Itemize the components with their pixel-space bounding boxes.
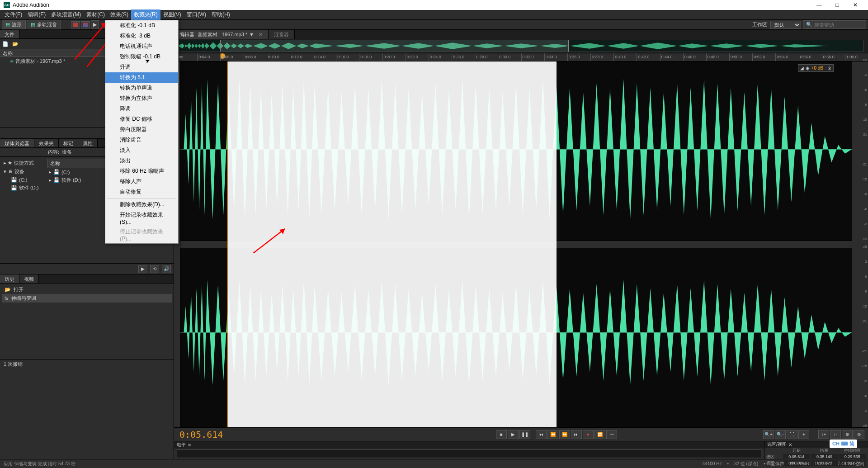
- zoom-in-button[interactable]: 🔍+: [763, 430, 774, 439]
- close-button[interactable]: ✕: [846, 0, 864, 10]
- disk-icon: 💾: [11, 177, 17, 183]
- open-file-icon[interactable]: 📂: [12, 40, 19, 47]
- col-name[interactable]: 名称: [0, 49, 119, 57]
- overview-waveform[interactable]: [174, 39, 868, 53]
- fav-fade-in[interactable]: 淡入: [105, 145, 178, 156]
- fav-convert-5.1[interactable]: 转换为 5.1: [105, 72, 178, 83]
- stop-button[interactable]: ■: [496, 430, 507, 439]
- goto-end-button[interactable]: ⏭: [571, 430, 582, 439]
- pause-button[interactable]: ❚❚: [519, 430, 530, 439]
- fav-delete[interactable]: 删除收藏效果(D)...: [105, 199, 178, 210]
- fav-telephone[interactable]: 电话机通话声: [105, 41, 178, 52]
- fav-start-record[interactable]: 开始记录收藏效果(S)...: [105, 210, 178, 227]
- sel-end[interactable]: 0:35.149: [811, 454, 838, 459]
- video-tab[interactable]: 视频: [19, 274, 39, 283]
- fav-convert-mono[interactable]: 转换为单声道: [105, 83, 178, 93]
- shortcuts-tree-item[interactable]: ▸ ★ 快捷方式: [2, 159, 43, 167]
- menu-file[interactable]: 文件(F): [2, 9, 25, 20]
- mixer-tab[interactable]: 混音器: [269, 30, 295, 39]
- history-tab[interactable]: 历史: [0, 274, 19, 283]
- menu-effects[interactable]: 效果(S): [108, 9, 131, 20]
- editor-tab-active[interactable]: 编辑器: 音频素材 - 1967.mp3 * ▼ ✕: [174, 30, 269, 39]
- menu-favorites[interactable]: 收藏夹(R): [131, 9, 160, 20]
- effects-rack-tab[interactable]: 效果夹: [34, 139, 59, 147]
- zoom-out-button[interactable]: 🔍-: [775, 430, 786, 439]
- zoom-out-point-button[interactable]: ⊖: [854, 430, 864, 439]
- workspace-select[interactable]: 默认: [770, 21, 801, 29]
- timecode-display[interactable]: 0:05.614: [178, 429, 349, 440]
- waveform-display[interactable]: ◢ ◉ +0 dB ※: [180, 61, 852, 427]
- level-meter[interactable]: [177, 449, 761, 458]
- media-browser-tab[interactable]: 媒体浏览器: [0, 139, 34, 147]
- playhead-line[interactable]: [227, 61, 228, 427]
- properties-tab[interactable]: 属性: [78, 139, 98, 147]
- tool-button[interactable]: ▶: [91, 20, 99, 29]
- rewind-button[interactable]: ⏪: [547, 430, 558, 439]
- drive-c-item[interactable]: 💾(C:): [2, 176, 43, 184]
- fav-normalize-0.1[interactable]: 标准化 -0.1 dB: [105, 20, 178, 31]
- media-play-button[interactable]: ▶: [138, 265, 147, 273]
- help-search-input[interactable]: [814, 22, 863, 28]
- history-open[interactable]: 📂打开: [2, 285, 172, 294]
- play-button[interactable]: ▶: [508, 430, 519, 439]
- tab-dropdown-icon[interactable]: ▼: [249, 32, 254, 37]
- multitrack-view-button[interactable]: ▤多轨混音: [27, 20, 61, 29]
- hud-db-value: +0 dB: [811, 66, 823, 71]
- files-panel-tab[interactable]: 文件: [0, 30, 19, 38]
- fav-auto-heal[interactable]: 自动修复: [105, 187, 178, 197]
- time-ruler[interactable]: hms0:04.00:06.00:08.00:10.00:12.00:14.00…: [174, 53, 868, 61]
- media-loop-button[interactable]: ⟲: [150, 265, 159, 273]
- help-search[interactable]: 🔍: [803, 20, 866, 29]
- fav-fade-out[interactable]: 淡出: [105, 156, 178, 166]
- fav-voice-comp[interactable]: 旁白压限器: [105, 124, 178, 135]
- menu-view[interactable]: 视图(V): [160, 9, 184, 20]
- zoom-selection-button[interactable]: ⌖: [798, 430, 809, 439]
- fav-convert-stereo[interactable]: 转换为立体声: [105, 93, 178, 104]
- goto-start-button[interactable]: ⏮: [536, 430, 547, 439]
- minimize-button[interactable]: —: [810, 0, 828, 10]
- zoom-in-point-button[interactable]: ⊕: [842, 430, 853, 439]
- close-tab-icon[interactable]: ✕: [259, 32, 263, 38]
- menu-edit[interactable]: 编辑(E): [25, 9, 48, 20]
- zoom-in-vert-button[interactable]: ↕+: [818, 430, 829, 439]
- fav-hard-limit[interactable]: 强制限幅 -0.1 dB: [105, 52, 178, 62]
- menu-separator: [107, 198, 176, 199]
- fav-remove-vocal[interactable]: 移除人声: [105, 176, 178, 187]
- zoom-full-button[interactable]: ⛶: [787, 430, 797, 439]
- fav-deess[interactable]: 消除齿音: [105, 135, 178, 145]
- spectral-pitch-button[interactable]: [81, 21, 90, 28]
- hud-pin-icon[interactable]: ※: [828, 66, 831, 71]
- media-auto-button[interactable]: 🔊: [162, 265, 171, 273]
- maximize-button[interactable]: □: [828, 0, 846, 10]
- skip-selection-button[interactable]: ⤳: [606, 430, 617, 439]
- menu-window[interactable]: 窗口(W): [184, 9, 209, 20]
- forward-button[interactable]: ⏩: [559, 430, 570, 439]
- levels-tab[interactable]: 电平: [177, 442, 186, 448]
- fav-remove-60hz[interactable]: 移除 60 Hz 嗡嗡声: [105, 166, 178, 176]
- drive-d-item[interactable]: 💾软件 (D:): [2, 184, 43, 192]
- zoom-out-vert-button[interactable]: ↕-: [830, 430, 841, 439]
- devices-tree-item[interactable]: ▾ 🖥 设备: [2, 167, 43, 176]
- history-stretch[interactable]: fx伸缩与变调: [2, 294, 172, 303]
- ime-indicator[interactable]: CH ⌨ 简: [830, 440, 857, 448]
- waveform-view-button[interactable]: ⊟波形: [2, 20, 26, 29]
- sel-dur[interactable]: 0:29.535: [839, 454, 866, 459]
- loop-button[interactable]: 🔁: [594, 430, 605, 439]
- hud-knob-icon[interactable]: ◉: [806, 66, 810, 71]
- time-selection[interactable]: [227, 61, 557, 427]
- fav-fix-dc[interactable]: 修复 DC 偏移: [105, 114, 178, 124]
- volume-hud[interactable]: ◢ ◉ +0 dB ※: [798, 64, 834, 72]
- menu-clip[interactable]: 素材(C): [84, 9, 108, 20]
- new-file-icon[interactable]: 📄: [2, 40, 9, 47]
- menu-multitrack[interactable]: 多轨混音(M): [48, 9, 84, 20]
- menu-help[interactable]: 帮助(H): [209, 9, 233, 20]
- transport-bar: 0:05.614 ■ ▶ ❚❚ ⏮ ⏪ ⏩ ⏭ ● 🔁 ⤳ 🔍+ 🔍- ⛶ ⌖: [174, 427, 868, 441]
- fav-pitch-down[interactable]: 降调: [105, 104, 178, 114]
- record-button[interactable]: ●: [583, 430, 594, 439]
- selection-view-tab[interactable]: 选区/视图: [767, 441, 787, 448]
- fav-normalize-3[interactable]: 标准化 -3 dB: [105, 31, 178, 41]
- spectral-freq-button[interactable]: [71, 21, 80, 28]
- fav-pitch-up[interactable]: 升调: [105, 62, 178, 72]
- sel-start[interactable]: 0:05.614: [783, 454, 810, 459]
- markers-tab[interactable]: 标记: [59, 139, 78, 147]
